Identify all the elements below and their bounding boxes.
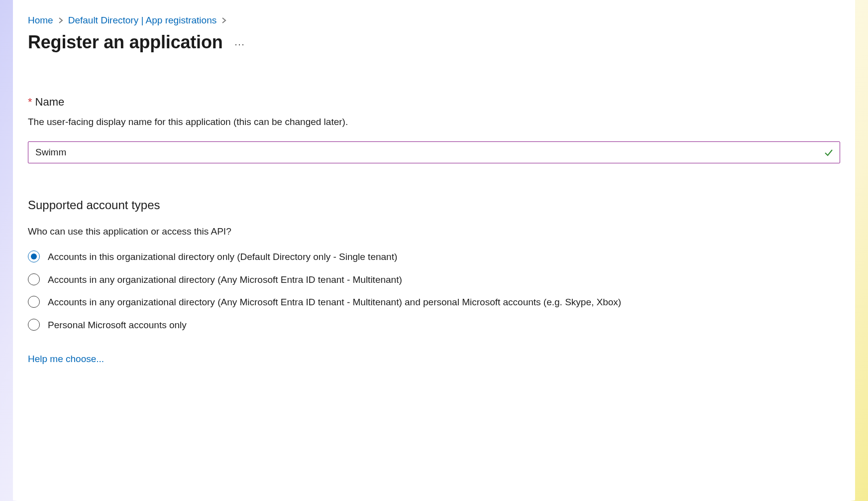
- name-field-label: Name: [35, 96, 65, 109]
- account-types-description: Who can use this application or access t…: [28, 226, 840, 237]
- breadcrumb-home[interactable]: Home: [28, 15, 53, 26]
- radio-icon: [28, 319, 40, 331]
- chevron-right-icon: [58, 17, 63, 24]
- more-options-button[interactable]: ···: [235, 39, 245, 50]
- name-input-wrapper: [28, 141, 840, 163]
- breadcrumb: Home Default Directory | App registratio…: [28, 15, 840, 26]
- radio-label: Accounts in any organizational directory…: [48, 295, 621, 309]
- chevron-right-icon: [221, 17, 226, 24]
- name-field-description: The user-facing display name for this ap…: [28, 117, 840, 127]
- radio-label: Accounts in this organizational director…: [48, 250, 397, 264]
- breadcrumb-directory[interactable]: Default Directory | App registrations: [68, 15, 217, 26]
- radio-icon: [28, 273, 40, 285]
- main-panel: Home Default Directory | App registratio…: [13, 0, 855, 501]
- page-title: Register an application: [28, 32, 223, 53]
- radio-option-multitenant-personal[interactable]: Accounts in any organizational directory…: [28, 295, 840, 309]
- radio-label: Personal Microsoft accounts only: [48, 318, 187, 332]
- radio-option-personal-only[interactable]: Personal Microsoft accounts only: [28, 318, 840, 332]
- radio-dot-icon: [31, 253, 37, 259]
- account-types-title: Supported account types: [28, 198, 840, 212]
- required-indicator: *: [28, 96, 32, 109]
- radio-option-single-tenant[interactable]: Accounts in this organizational director…: [28, 250, 840, 264]
- radio-option-multitenant[interactable]: Accounts in any organizational directory…: [28, 273, 840, 287]
- name-input[interactable]: [35, 147, 819, 158]
- radio-icon: [28, 250, 40, 262]
- check-icon: [824, 147, 834, 157]
- account-types-radio-group: Accounts in this organizational director…: [28, 250, 840, 332]
- radio-icon: [28, 296, 40, 308]
- radio-label: Accounts in any organizational directory…: [48, 273, 402, 287]
- help-me-choose-link[interactable]: Help me choose...: [28, 354, 104, 364]
